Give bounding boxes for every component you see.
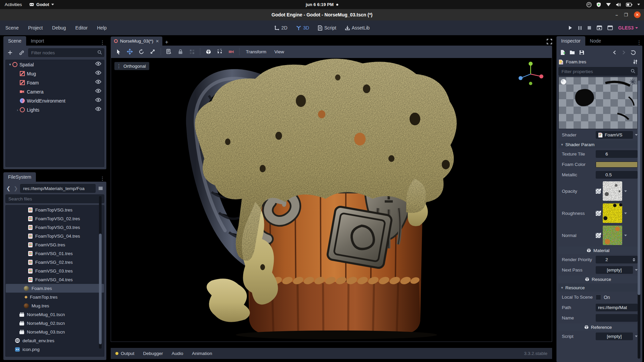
file-norsemug-03-tscn[interactable]: NorseMug_03.tscn <box>6 327 104 336</box>
prop-foam-color-swatch[interactable] <box>596 162 638 168</box>
inspector-dock-menu-icon[interactable]: ⋮ <box>637 40 642 46</box>
local-space-icon[interactable] <box>203 47 213 56</box>
viewport-3d[interactable]: ⋮ Orthogonal <box>111 58 552 342</box>
visibility-eye-icon[interactable] <box>95 71 101 75</box>
window-title-bar[interactable]: Godot Engine - Godot - NorseMug_03.tscn … <box>0 9 644 20</box>
select-tool-icon[interactable] <box>113 47 123 56</box>
file-foamvsg-02-tres[interactable]: FoamVSG_02.tres <box>6 258 104 266</box>
save-resource-icon[interactable] <box>577 48 586 56</box>
clock[interactable]: jun 6 6:19 PM <box>306 2 338 7</box>
file-foamvsg-tres[interactable]: FoamVSG.tres <box>6 240 104 249</box>
viewport-menu-icon[interactable]: ⋮ <box>116 63 121 69</box>
visibility-eye-icon[interactable] <box>95 107 101 111</box>
tab-inspector[interactable]: Inspector <box>556 36 585 46</box>
prop-name-field[interactable] <box>596 314 638 322</box>
play-button[interactable] <box>568 25 573 30</box>
tree-node-lights[interactable]: ›Lights <box>6 105 104 114</box>
axis-gizmo[interactable] <box>516 61 546 87</box>
prop-resource-section[interactable]: ▾Resource <box>558 284 638 292</box>
instance-scene-button[interactable] <box>17 48 26 57</box>
list-select-tool-icon[interactable] <box>164 47 174 56</box>
visibility-eye-icon[interactable] <box>95 62 101 66</box>
file-foamtopvsg-04-tres[interactable]: FoamTopVSG_04.tres <box>6 232 104 240</box>
tree-node-spatial[interactable]: ▾Spatial <box>6 60 104 69</box>
close-scene-tab-icon[interactable]: ✕ <box>156 39 159 44</box>
shield-indicator-icon[interactable] <box>596 2 601 7</box>
prop-metallic-field[interactable]: 0.5 <box>596 171 638 179</box>
stop-button[interactable] <box>587 26 591 30</box>
menu-debug[interactable]: Debug <box>49 23 69 32</box>
projection-label[interactable]: Orthogonal <box>123 64 146 69</box>
file-foamtopvsg-tres[interactable]: FoamTopVSG.tres <box>6 205 104 214</box>
current-path-input[interactable] <box>20 184 96 193</box>
tab-scene[interactable]: Scene <box>3 36 26 46</box>
minimize-button[interactable]: – <box>615 13 618 17</box>
prop-render-priority-field[interactable]: 2 <box>596 256 638 263</box>
restore-button[interactable]: ❐ <box>624 13 628 17</box>
file-foamtop-tres[interactable]: FoamTop.tres <box>6 293 104 301</box>
file-foamvsg-03-tres[interactable]: FoamVSG_03.tres <box>6 266 104 275</box>
view-menu[interactable]: View <box>271 48 287 56</box>
battery-icon[interactable] <box>626 3 633 7</box>
expand-viewport-icon[interactable] <box>547 39 552 44</box>
visibility-eye-icon[interactable] <box>95 80 101 84</box>
tree-node-mug[interactable]: Mug <box>6 69 104 78</box>
move-tool-icon[interactable] <box>125 47 135 56</box>
prop-material-banner[interactable]: Material <box>558 247 638 254</box>
system-menu-caret-icon[interactable] <box>637 4 640 5</box>
spinner-updown-icon[interactable] <box>633 258 635 261</box>
prop-normal-thumbnail[interactable] <box>603 226 622 245</box>
texture-edit-icon[interactable] <box>596 233 601 238</box>
activities-button[interactable]: Activities <box>5 2 22 7</box>
prop-opacity-thumbnail[interactable] <box>603 181 622 201</box>
visibility-eye-icon[interactable] <box>95 89 101 93</box>
play-scene-button[interactable] <box>597 25 602 30</box>
file-norsemug-02-tscn[interactable]: NorseMug_02.tscn <box>6 319 104 327</box>
visibility-eye-icon[interactable] <box>95 98 101 102</box>
preview-light1-icon[interactable] <box>630 79 636 85</box>
prop-script-dropdown[interactable]: [empty] <box>596 333 633 340</box>
filter-properties-input[interactable] <box>558 67 638 76</box>
load-resource-icon[interactable] <box>568 48 577 56</box>
prop-roughness-thumbnail[interactable] <box>603 203 622 223</box>
search-files-input[interactable] <box>5 194 104 203</box>
tab-import[interactable]: Import <box>26 36 49 46</box>
add-node-button[interactable] <box>5 48 15 57</box>
file-mug-tres[interactable]: Mug.tres <box>6 301 104 310</box>
history-forward-button[interactable]: ❯ <box>13 185 19 191</box>
file-icon-png[interactable]: icon.png <box>6 345 104 354</box>
prop-resource-banner[interactable]: Resource <box>558 276 638 283</box>
file-foamtopvsg-03-tres[interactable]: FoamTopVSG_03.tres <box>6 223 104 232</box>
file-foamvsg-04-tres[interactable]: FoamVSG_04.tres <box>6 275 104 284</box>
rotate-tool-icon[interactable] <box>136 47 146 56</box>
app-indicator-icon[interactable] <box>586 2 592 7</box>
file-foamvsg-01-tres[interactable]: FoamVSG_01.tres <box>6 249 104 258</box>
filter-nodes-input[interactable] <box>28 48 104 57</box>
group-tool-icon[interactable] <box>187 47 197 56</box>
filesystem-dock-menu-icon[interactable]: ⋮ <box>100 176 106 182</box>
pause-button[interactable] <box>578 26 582 30</box>
tab-animation[interactable]: Animation <box>192 351 212 356</box>
file-foam-tres[interactable]: Foam.tres <box>6 284 104 293</box>
snap-toggle-icon[interactable] <box>215 47 225 56</box>
file-foamtopvsg-02-tres[interactable]: FoamTopVSG_02.tres <box>6 214 104 223</box>
filesystem-scrollbar[interactable] <box>99 196 102 349</box>
history-back-button[interactable]: ❮ <box>5 185 11 191</box>
tree-node-foam[interactable]: Foam <box>6 78 104 87</box>
texture-edit-icon[interactable] <box>596 211 601 216</box>
scene-tab-norsemug03[interactable]: NorseMug_03(*) ✕ <box>111 37 162 46</box>
prop-path-field[interactable]: res://temp/Mat <box>596 304 638 311</box>
workspace-assetlib[interactable]: AssetLib <box>342 24 372 32</box>
extra-resource-options-icon[interactable] <box>633 59 638 64</box>
camera-preview-icon[interactable] <box>226 47 236 56</box>
prop-next-pass-dropdown[interactable]: [empty] <box>596 266 633 274</box>
close-button[interactable]: ✕ <box>634 11 641 18</box>
play-custom-scene-button[interactable] <box>607 25 613 30</box>
prop-shader-picker[interactable]: FoamVS <box>596 131 633 139</box>
lock-tool-icon[interactable] <box>175 47 185 56</box>
menu-editor[interactable]: Editor <box>72 23 91 32</box>
workspace-3d[interactable]: 3D <box>293 24 312 32</box>
prop-local-to-scene-checkbox[interactable] <box>596 295 601 300</box>
workspace-script[interactable]: Script <box>315 24 339 32</box>
scale-tool-icon[interactable] <box>148 47 158 56</box>
